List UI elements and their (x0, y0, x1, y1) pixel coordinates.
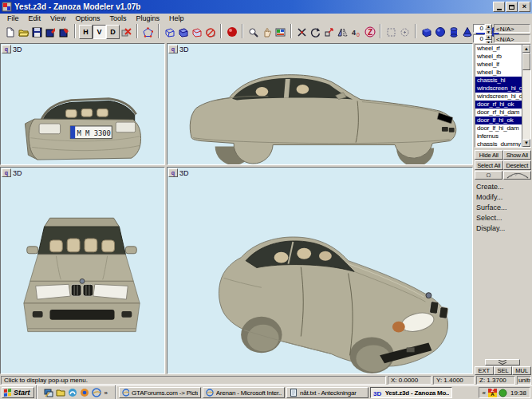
scroll-up-icon[interactable]: ▲ (522, 45, 530, 53)
spinner-1-arrows[interactable]: ▲▼ (485, 24, 492, 33)
viewport-menu-button[interactable]: q (168, 168, 178, 177)
primitive-cylinder-button[interactable] (447, 25, 460, 39)
task-button[interactable]: Arenan - Microsoft Inter... (203, 387, 285, 398)
viewport-label[interactable]: 3D (13, 169, 22, 177)
deselect-button[interactable]: Deselect (503, 160, 532, 170)
show-desktop-icon[interactable] (44, 388, 54, 398)
list-item[interactable]: door_rf_hi_ok (475, 101, 522, 109)
spinner-2-arrows[interactable]: ▲▼ (485, 34, 492, 43)
menu-view[interactable]: View (45, 14, 70, 22)
zonealarm-icon[interactable]: ZA (488, 389, 497, 397)
rotate-tool-button[interactable] (309, 25, 322, 39)
hidden-mode-button[interactable] (203, 25, 217, 39)
primitive-cone-button[interactable] (460, 25, 474, 39)
delete-button[interactable] (120, 25, 133, 39)
show-all-button[interactable]: Show All (503, 150, 532, 160)
list-item[interactable]: infernus (475, 132, 522, 140)
material-sphere-button[interactable] (225, 25, 238, 39)
restore-button[interactable] (506, 2, 518, 12)
spinner-1-field[interactable]: 0 (473, 24, 485, 33)
horizontal-view-button[interactable]: H (79, 25, 93, 39)
viewport-perspective[interactable]: q 3D (167, 167, 473, 374)
mul-mode-button[interactable]: MUL (512, 366, 531, 375)
start-button[interactable]: Start (2, 387, 34, 398)
list-item[interactable]: wheel_lb (475, 69, 522, 77)
app-icon[interactable] (2, 2, 12, 12)
list-item[interactable]: wheel_rf (475, 45, 522, 53)
list-item[interactable]: door_lf_hi_ok (475, 117, 522, 124)
wireframe-mode-button[interactable] (163, 25, 176, 39)
select-all-button[interactable]: Select All (475, 160, 503, 170)
scroll-thumb[interactable] (522, 53, 530, 70)
primitive-sphere-button[interactable] (433, 25, 447, 39)
viewport-menu-button[interactable]: q (2, 168, 11, 177)
vertex-count-button[interactable]: 40 (349, 25, 363, 39)
list-item[interactable]: chassis_hi (475, 77, 522, 85)
spinner-2-field[interactable]: 0 (473, 34, 485, 43)
create-polygon-button[interactable] (141, 25, 155, 39)
textured-mode-button[interactable] (190, 25, 203, 39)
msn-icon[interactable] (68, 388, 78, 398)
task-button[interactable]: GTAForums.com -> Pictu... (119, 387, 201, 398)
list-item[interactable]: wheel_lf (475, 61, 522, 69)
menu-select[interactable]: Select... (476, 213, 507, 223)
scale-tool-button[interactable] (322, 25, 336, 39)
viewport-label[interactable]: 3D (13, 45, 22, 53)
tray-chevron-button[interactable]: « (483, 389, 486, 397)
viewport-menu-button[interactable]: q (168, 45, 178, 53)
vertical-view-button[interactable]: V (93, 25, 106, 39)
menu-create[interactable]: Create... (476, 182, 507, 192)
smooth-widget-button[interactable] (503, 171, 531, 180)
titlebar[interactable]: Yest.z3d - Zanoza Modeler v1.07b × (0, 0, 532, 14)
viewport-side[interactable]: q 3D (167, 43, 473, 165)
toggle-widget-button[interactable]: Ω (475, 171, 502, 180)
task-button[interactable]: nåt.txt - Anteckningar (286, 387, 368, 398)
collapse-panel-button[interactable] (485, 359, 520, 365)
menu-plugins[interactable]: Plugins (131, 14, 164, 22)
mirror-tool-button[interactable] (336, 25, 349, 39)
zoom-tool-button[interactable] (246, 25, 260, 39)
menu-help[interactable]: Help (164, 14, 189, 22)
dynamic-view-button[interactable]: D (106, 25, 120, 39)
save-file-button[interactable] (30, 25, 44, 39)
list-item[interactable]: wheel_rb (475, 53, 522, 61)
viewport-label[interactable]: 3D (179, 45, 189, 53)
menu-surface[interactable]: Surface... (476, 203, 507, 213)
hide-all-button[interactable]: Hide All (475, 150, 503, 160)
menu-file[interactable]: File (2, 14, 24, 22)
list-item[interactable]: windscreen_hi_ok (475, 85, 522, 93)
list-item[interactable]: windscreen_hi_da (475, 93, 522, 101)
menu-modify[interactable]: Modify... (476, 192, 507, 203)
menu-display[interactable]: Display... (476, 223, 507, 234)
texture-browser-button[interactable] (274, 25, 287, 39)
quick-launch-more-button[interactable]: » (103, 389, 109, 397)
export-button[interactable] (57, 25, 71, 39)
pan-tool-button[interactable] (260, 25, 274, 39)
viewport-label[interactable]: 3D (179, 169, 189, 177)
list-item[interactable]: chassis_dummy (475, 140, 522, 147)
tray-status-icon[interactable] (499, 389, 507, 397)
open-file-button[interactable] (17, 25, 30, 39)
move-tool-button[interactable] (295, 25, 309, 39)
folder-icon[interactable] (56, 388, 66, 398)
sel-mode-button[interactable]: SEL (494, 366, 513, 375)
viewport-front[interactable]: q 3D (0, 167, 165, 374)
task-button[interactable]: 3D Yest.z3d - Zanoza Mo... (370, 387, 452, 398)
ext-mode-button[interactable]: EXT (475, 366, 494, 375)
primitive-box-button[interactable] (420, 25, 433, 39)
viewport-rear[interactable]: M M 3300 q 3D (0, 43, 165, 165)
marquee-circle-button[interactable] (398, 25, 412, 39)
minimize-button[interactable] (493, 2, 505, 12)
marquee-rect-button[interactable] (384, 25, 398, 39)
menu-options[interactable]: Options (70, 14, 104, 22)
menu-edit[interactable]: Edit (24, 14, 46, 22)
scroll-down-icon[interactable]: ▼ (522, 139, 530, 147)
import-button[interactable] (44, 25, 57, 39)
ie-icon[interactable] (92, 388, 102, 398)
new-file-button[interactable] (3, 25, 17, 39)
list-scrollbar[interactable]: ▲ ▼ (522, 45, 530, 147)
close-button[interactable]: × (518, 2, 530, 12)
menu-tools[interactable]: Tools (104, 14, 131, 22)
solid-mode-button[interactable] (176, 25, 190, 39)
media-player-icon[interactable] (80, 388, 90, 398)
